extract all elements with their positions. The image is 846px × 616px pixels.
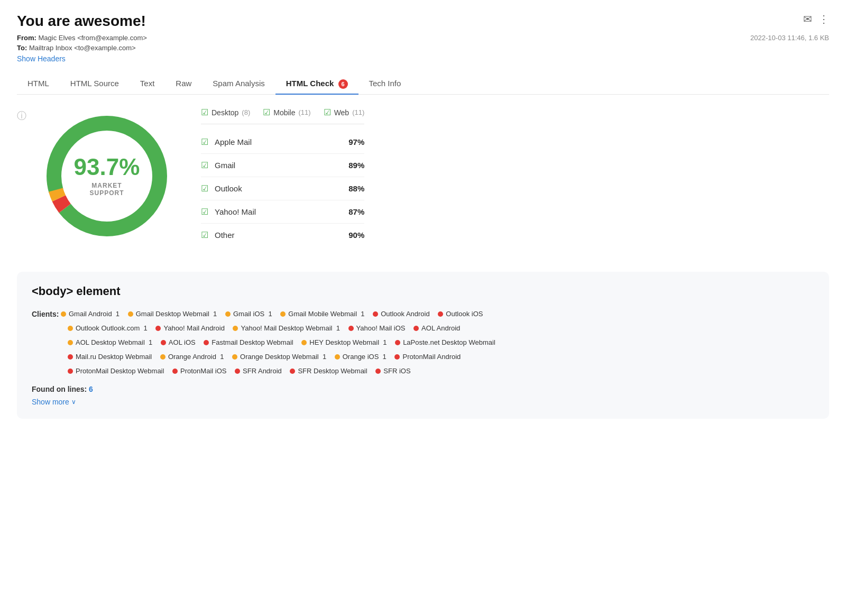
client-tag-yahoo-android: Yahoo! Mail Android xyxy=(155,321,224,335)
client-row-outlook: ☑ Outlook 88% xyxy=(201,177,364,200)
dot-yahoo-android xyxy=(155,326,161,331)
dot-aol-desktop xyxy=(68,340,73,345)
found-lines-count: 6 xyxy=(89,385,93,393)
client-tag-orange-android: Orange Android 1 xyxy=(160,350,224,364)
email-date: 2022-10-03 11:46, 1.6 KB xyxy=(750,34,829,42)
dot-orange-android xyxy=(160,354,165,360)
yahoo-pct: 87% xyxy=(348,207,364,216)
client-row-yahoo: ☑ Yahoo! Mail 87% xyxy=(201,200,364,224)
dot-outlook-android xyxy=(373,311,378,317)
dot-yahoo-desktop xyxy=(233,326,238,331)
gmail-pct: 89% xyxy=(348,161,364,170)
chart-label: MARKET SUPPORT xyxy=(74,182,140,197)
filter-mobile[interactable]: ☑ Mobile (11) xyxy=(263,107,310,117)
html-check-badge: 6 xyxy=(338,79,348,89)
client-tag-gmail-android: Gmail Android 1 xyxy=(61,307,119,321)
dot-hey xyxy=(301,340,307,345)
dot-outlook-ios xyxy=(438,311,443,317)
mobile-count: (11) xyxy=(299,108,311,116)
web-checkbox-icon: ☑ xyxy=(324,107,331,117)
found-lines: Found on lines: 6 xyxy=(32,385,814,393)
email-from: From: Magic Elves <from@example.com> xyxy=(17,34,147,42)
dot-gmail-mobile xyxy=(280,311,286,317)
dot-laposte xyxy=(395,340,400,345)
email-action-icon[interactable]: ✉ xyxy=(803,13,812,25)
show-more-button[interactable]: Show more ∨ xyxy=(32,398,76,406)
client-tag-laposte: LaPoste.net Desktop Webmail xyxy=(395,336,495,350)
body-element-title: <body> element xyxy=(32,284,814,298)
gmail-check: ☑ xyxy=(201,160,208,170)
mobile-label: Mobile xyxy=(273,108,295,117)
tab-html-source[interactable]: HTML Source xyxy=(60,73,130,94)
email-header: You are awesome! ✉ ⋮ xyxy=(17,13,829,30)
dot-sfr-desktop xyxy=(290,369,295,374)
other-check: ☑ xyxy=(201,230,208,240)
desktop-count: (8) xyxy=(242,108,250,116)
tab-tech-info[interactable]: Tech Info xyxy=(358,73,412,94)
dot-fastmail xyxy=(204,340,209,345)
more-options-icon[interactable]: ⋮ xyxy=(819,13,829,25)
chart-inner: 93.7% MARKET SUPPORT xyxy=(74,155,140,197)
client-tag-fastmail: Fastmail Desktop Webmail xyxy=(204,336,293,350)
client-tag-aol-ios: AOL iOS xyxy=(161,336,196,350)
client-tag-mailru: Mail.ru Desktop Webmail xyxy=(68,350,152,364)
dot-yahoo-ios xyxy=(348,326,354,331)
apple-mail-check: ☑ xyxy=(201,137,208,147)
tab-raw[interactable]: Raw xyxy=(165,73,202,94)
dot-mailru xyxy=(68,354,73,360)
client-tag-orange-ios: Orange iOS 1 xyxy=(335,350,387,364)
client-row-apple-mail: ☑ Apple Mail 97% xyxy=(201,131,364,154)
yahoo-check: ☑ xyxy=(201,207,208,217)
dot-orange-ios xyxy=(335,354,340,360)
dot-sfr-android xyxy=(235,369,240,374)
clients-label: Clients: xyxy=(32,310,59,318)
dot-sfr-ios xyxy=(375,369,381,374)
tab-text[interactable]: Text xyxy=(130,73,165,94)
client-tag-sfr-desktop: SFR Desktop Webmail xyxy=(290,364,367,378)
gmail-name: Gmail xyxy=(215,161,342,170)
filter-desktop[interactable]: ☑ Desktop (8) xyxy=(201,107,250,117)
client-tag-protonmail-desktop: ProtonMail Desktop Webmail xyxy=(68,364,164,378)
desktop-checkbox-icon: ☑ xyxy=(201,107,208,117)
show-more-arrow-icon: ∨ xyxy=(71,398,76,406)
client-row-other: ☑ Other 90% xyxy=(201,224,364,246)
client-tag-protonmail-android: ProtonMail Android xyxy=(394,350,461,364)
other-name: Other xyxy=(215,231,342,240)
client-tag-protonmail-ios: ProtonMail iOS xyxy=(172,364,226,378)
right-panel: ☑ Desktop (8) ☑ Mobile (11) ☑ Web (11) ☑ xyxy=(201,107,364,246)
body-element-section: <body> element Clients: Gmail Android 1 … xyxy=(17,272,829,419)
client-row-gmail: ☑ Gmail 89% xyxy=(201,154,364,177)
tab-spam-analysis[interactable]: Spam Analysis xyxy=(202,73,275,94)
client-tag-gmail-mobile: Gmail Mobile Webmail 1 xyxy=(280,307,364,321)
client-tag-gmail-ios: Gmail iOS 1 xyxy=(225,307,272,321)
dot-aol-ios xyxy=(161,340,166,345)
outlook-pct: 88% xyxy=(348,184,364,193)
client-tag-yahoo-desktop: Yahoo! Mail Desktop Webmail 1 xyxy=(233,321,339,335)
client-tag-outlook-com: Outlook Outlook.com 1 xyxy=(68,321,148,335)
apple-mail-pct: 97% xyxy=(348,137,364,146)
dot-gmail-android xyxy=(61,311,66,317)
filter-web[interactable]: ☑ Web (11) xyxy=(324,107,365,117)
apple-mail-name: Apple Mail xyxy=(215,137,342,146)
dot-gmail-desktop xyxy=(128,311,133,317)
outlook-name: Outlook xyxy=(215,184,342,193)
chart-percent: 93.7% xyxy=(74,155,140,179)
web-count: (11) xyxy=(352,108,364,116)
tabs-bar: HTML HTML Source Text Raw Spam Analysis … xyxy=(17,73,829,95)
show-headers-link[interactable]: Show Headers xyxy=(17,54,66,63)
donut-chart: 93.7% MARKET SUPPORT xyxy=(38,107,176,245)
clients-list: Clients: Gmail Android 1 Gmail Desktop W… xyxy=(32,307,814,379)
email-title: You are awesome! xyxy=(17,13,146,30)
tab-html[interactable]: HTML xyxy=(17,73,60,94)
meta-row: From: Magic Elves <from@example.com> To:… xyxy=(17,34,829,54)
outlook-check: ☑ xyxy=(201,183,208,194)
web-label: Web xyxy=(334,108,350,117)
dot-orange-desktop xyxy=(232,354,237,360)
info-icon[interactable]: ⓘ xyxy=(17,109,38,122)
dot-protonmail-desktop xyxy=(68,369,73,374)
client-tag-aol-android: AOL Android xyxy=(413,321,460,335)
email-meta-block: From: Magic Elves <from@example.com> To:… xyxy=(17,34,147,54)
dot-aol-android xyxy=(413,326,419,331)
client-tag-aol-desktop: AOL Desktop Webmail 1 xyxy=(68,336,152,350)
tab-html-check[interactable]: HTML Check 6 xyxy=(275,73,358,94)
